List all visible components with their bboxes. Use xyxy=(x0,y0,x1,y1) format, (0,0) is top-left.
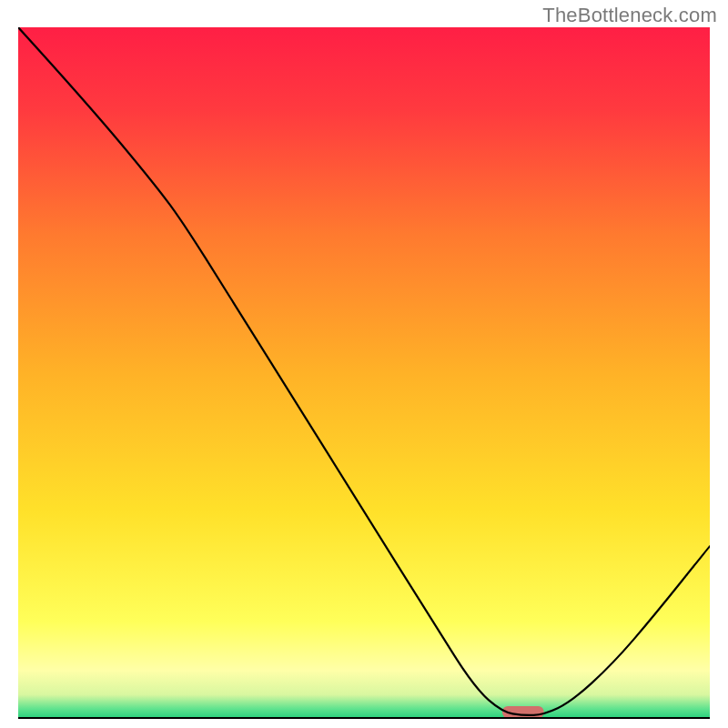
chart-svg xyxy=(18,27,710,719)
attribution-text: TheBottleneck.com xyxy=(542,4,717,27)
heatmap-background xyxy=(18,27,710,719)
chart-container: TheBottleneck.com xyxy=(0,0,728,728)
plot-area xyxy=(18,27,710,719)
